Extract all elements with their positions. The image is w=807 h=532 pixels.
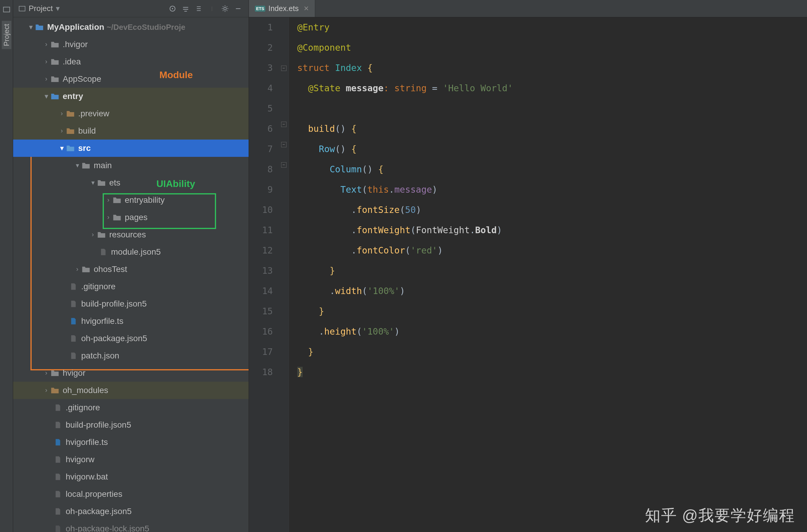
chevron-right-icon: › bbox=[105, 196, 112, 204]
minimize-icon[interactable] bbox=[233, 4, 243, 14]
chevron-down-icon: ▾ bbox=[90, 179, 96, 187]
tree-row[interactable]: hvigorfile.ts bbox=[13, 312, 249, 330]
tree-row[interactable]: ›ohosTest bbox=[13, 261, 249, 278]
rail-tab-project[interactable]: Project bbox=[2, 21, 11, 49]
tree-row-src[interactable]: ▾src bbox=[13, 139, 249, 157]
tree-row-entry[interactable]: ▾entry bbox=[13, 88, 249, 105]
tree-row[interactable]: ›pages bbox=[13, 209, 249, 226]
chevron-right-icon: › bbox=[43, 75, 50, 83]
tree-root[interactable]: ▾ MyApplication ~/DevEcoStudioProje bbox=[13, 18, 249, 36]
fold-marker-icon[interactable]: − bbox=[281, 142, 287, 147]
src-folder-icon bbox=[66, 144, 75, 153]
json-file-icon bbox=[69, 334, 78, 343]
tree-row[interactable]: ▾ets bbox=[13, 174, 249, 191]
tree-row[interactable]: ›AppScope bbox=[13, 70, 249, 88]
tree-row[interactable]: hvigorw.bat bbox=[13, 468, 249, 486]
app-root: Project Project ▾ | Module UIAbility bbox=[0, 0, 807, 532]
close-icon[interactable]: ✕ bbox=[304, 5, 309, 13]
chevron-down-icon: ▾ bbox=[58, 144, 65, 152]
tree-row[interactable]: ›hvigor bbox=[13, 364, 249, 382]
tree-row[interactable]: oh-package.json5 bbox=[13, 503, 249, 520]
json-file-icon bbox=[98, 247, 108, 257]
tree-row[interactable]: module.json5 bbox=[13, 243, 249, 261]
chevron-right-icon: › bbox=[58, 127, 65, 135]
locate-icon[interactable] bbox=[167, 4, 178, 14]
project-rail-icon bbox=[2, 5, 11, 14]
tree-root-label: MyApplication bbox=[47, 22, 104, 32]
properties-file-icon bbox=[53, 489, 63, 499]
tree-row[interactable]: ›entryability bbox=[13, 191, 249, 209]
fold-gutter: − − − − bbox=[279, 17, 289, 532]
json-file-icon bbox=[53, 507, 63, 516]
editor-tab[interactable]: ETS Index.ets ✕ bbox=[249, 0, 315, 17]
svg-rect-1 bbox=[19, 6, 25, 11]
svg-point-4 bbox=[224, 7, 226, 10]
tree-row[interactable]: hvigorfile.ts bbox=[13, 434, 249, 451]
tree-row[interactable]: ▾main bbox=[13, 157, 249, 174]
folder-icon bbox=[66, 109, 75, 118]
json-file-icon bbox=[53, 420, 63, 430]
file-icon bbox=[69, 282, 78, 291]
editor-area: ETS Index.ets ✕ 123456789101112131415161… bbox=[249, 0, 807, 532]
tree-row[interactable]: build-profile.json5 bbox=[13, 295, 249, 312]
expand-icon[interactable] bbox=[181, 4, 191, 14]
folder-icon bbox=[81, 161, 91, 170]
folder-icon bbox=[112, 195, 122, 205]
folder-icon bbox=[97, 230, 106, 240]
dropdown-icon: ▾ bbox=[56, 4, 60, 13]
tab-label: Index.ets bbox=[268, 4, 298, 13]
chevron-right-icon: › bbox=[43, 41, 50, 48]
json-file-icon bbox=[69, 299, 78, 309]
tree-root-path: ~/DevEcoStudioProje bbox=[107, 23, 185, 32]
tree-row[interactable]: ›resources bbox=[13, 226, 249, 243]
folder-icon bbox=[81, 265, 91, 274]
tree-row[interactable]: .gitignore bbox=[13, 278, 249, 295]
gear-icon[interactable] bbox=[220, 4, 230, 14]
file-icon bbox=[53, 403, 63, 413]
panel-title[interactable]: Project ▾ bbox=[19, 4, 60, 13]
tree-row[interactable]: .gitignore bbox=[13, 399, 249, 416]
tree-row[interactable]: oh-package.json5 bbox=[13, 330, 249, 347]
module-folder-icon bbox=[50, 92, 60, 101]
tree-row[interactable]: oh-package-lock.json5 bbox=[13, 520, 249, 532]
file-icon bbox=[53, 455, 63, 464]
fold-marker-icon[interactable]: − bbox=[281, 122, 287, 127]
code-editor[interactable]: 123456789101112131415161718 − − − − @Ent… bbox=[249, 17, 807, 532]
svg-rect-0 bbox=[3, 7, 10, 12]
collapse-icon[interactable] bbox=[194, 4, 204, 14]
tree-row[interactable]: patch.json bbox=[13, 347, 249, 364]
chevron-right-icon: › bbox=[43, 58, 50, 65]
tree-row[interactable]: build-profile.json5 bbox=[13, 416, 249, 434]
folder-icon bbox=[66, 126, 75, 136]
tree-row[interactable]: ›.idea bbox=[13, 53, 249, 70]
json-file-icon bbox=[53, 524, 63, 532]
ts-file-icon bbox=[69, 317, 78, 326]
ets-file-icon: ETS bbox=[255, 6, 265, 12]
project-folder-icon bbox=[35, 22, 44, 32]
code-content[interactable]: @Entry @Component struct Index { @State … bbox=[289, 17, 807, 532]
ts-file-icon bbox=[53, 437, 63, 447]
folder-icon bbox=[50, 385, 60, 395]
tree-row[interactable]: local.properties bbox=[13, 486, 249, 503]
chevron-down-icon: ▾ bbox=[27, 23, 34, 31]
tree-row[interactable]: ›.hvigor bbox=[13, 36, 249, 53]
folder-icon bbox=[112, 213, 122, 222]
chevron-down-icon: ▾ bbox=[43, 92, 50, 100]
tool-rail: Project bbox=[0, 0, 13, 532]
chevron-right-icon: › bbox=[58, 110, 65, 117]
chevron-right-icon: › bbox=[90, 231, 96, 239]
project-panel: Project ▾ | Module UIAbility ▾ MyApplica… bbox=[13, 0, 249, 532]
folder-icon bbox=[50, 57, 60, 66]
fold-marker-icon[interactable]: − bbox=[281, 65, 287, 71]
editor-tabs: ETS Index.ets ✕ bbox=[249, 0, 807, 17]
chevron-down-icon: ▾ bbox=[74, 162, 80, 169]
chevron-right-icon: › bbox=[74, 265, 80, 273]
tree-row[interactable]: hvigorw bbox=[13, 451, 249, 468]
chevron-right-icon: › bbox=[105, 213, 112, 221]
tree-row[interactable]: ›.preview bbox=[13, 105, 249, 122]
file-icon bbox=[53, 472, 63, 481]
fold-marker-icon[interactable]: − bbox=[281, 162, 287, 168]
project-tree[interactable]: Module UIAbility ▾ MyApplication ~/DevEc… bbox=[13, 17, 249, 532]
tree-row[interactable]: ›oh_modules bbox=[13, 382, 249, 399]
tree-row[interactable]: ›build bbox=[13, 122, 249, 139]
